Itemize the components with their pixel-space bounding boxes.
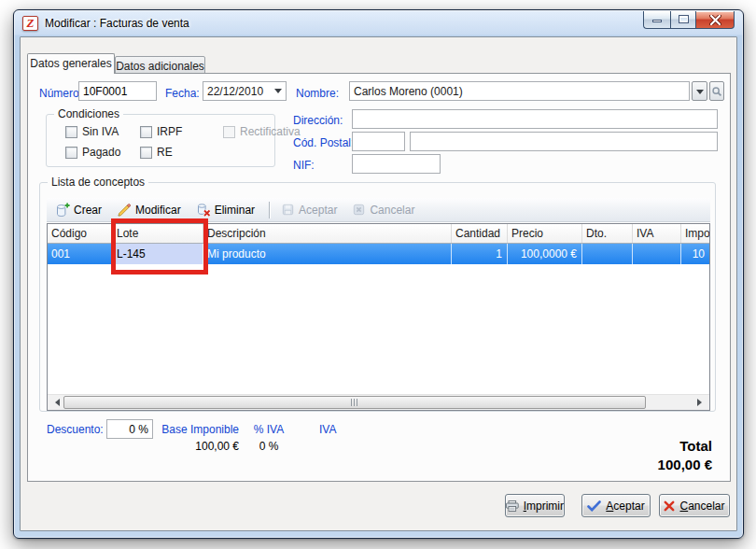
modificar-icon <box>117 203 132 218</box>
nombre-search-button[interactable] <box>709 81 724 101</box>
column-header-cantidad[interactable]: Cantidad <box>452 224 508 243</box>
conceptos-groupbox: Lista de conceptos Crear <box>39 182 716 412</box>
cancelar-label: Cancelar <box>679 500 724 513</box>
cancelar-button[interactable]: Cancelar <box>659 494 730 517</box>
cancel-icon <box>352 203 366 217</box>
window-title: Modificar : Facturas de venta <box>45 17 189 30</box>
cell-importe[interactable]: 10 <box>681 244 709 264</box>
close-button[interactable] <box>696 11 735 29</box>
nombre-dropdown-button[interactable] <box>692 81 707 101</box>
fecha-combobox[interactable]: 22/12/2010 <box>203 81 287 101</box>
fecha-label: Fecha: <box>165 87 200 100</box>
titlebar[interactable]: Z Modificar : Facturas de venta <box>14 10 743 36</box>
column-header-iva[interactable]: IVA <box>633 224 681 243</box>
scrollbar-thumb[interactable] <box>63 396 646 409</box>
imprimir-button[interactable]: Imprimir <box>505 494 565 517</box>
minimize-button[interactable] <box>643 11 670 29</box>
checkbox-icon[interactable] <box>65 147 77 159</box>
cod-postal-input[interactable] <box>352 132 405 151</box>
scroll-left-icon <box>51 399 60 406</box>
aceptar-button[interactable]: Aceptar <box>581 494 651 517</box>
aceptar-row-label: Aceptar <box>299 204 337 217</box>
horizontal-scrollbar[interactable] <box>48 394 709 410</box>
cod-postal-label: Cód. Postal: <box>293 136 354 149</box>
aceptar-label: Aceptar <box>606 500 644 513</box>
eliminar-icon <box>196 203 211 218</box>
table-empty-area <box>48 264 709 394</box>
column-header-dto[interactable]: Dto. <box>582 224 633 243</box>
checkbox-icon[interactable] <box>140 126 152 138</box>
column-header-precio[interactable]: Precio <box>508 224 582 243</box>
crear-button[interactable]: Crear <box>50 200 109 220</box>
crear-label: Crear <box>74 204 102 217</box>
checkbox-pagado[interactable]: Pagado <box>65 146 120 159</box>
column-header-descripcion[interactable]: Descripción <box>203 224 452 243</box>
checkbox-icon <box>223 126 235 138</box>
column-header-codigo[interactable]: Código <box>48 224 113 243</box>
checkbox-irpf[interactable]: IRPF <box>140 125 182 138</box>
nombre-combobox[interactable]: Carlos Moreno (0001) <box>349 81 690 101</box>
checkbox-icon[interactable] <box>140 147 152 159</box>
checkbox-label: RE <box>157 146 173 159</box>
close-icon <box>709 15 721 25</box>
column-header-importe[interactable]: Impor <box>681 224 709 243</box>
modificar-button[interactable]: Modificar <box>112 200 189 220</box>
base-imponible-label: Base Imponible <box>160 423 239 436</box>
checkbox-icon[interactable] <box>65 126 77 138</box>
checkbox-sin-iva[interactable]: Sin IVA <box>65 125 119 138</box>
maximize-button[interactable] <box>670 11 696 29</box>
nombre-label: Nombre: <box>296 87 339 100</box>
descuento-label: Descuento: <box>47 423 104 436</box>
checkbox-rectificativa: Rectificativa <box>223 125 301 138</box>
eliminar-label: Eliminar <box>215 204 255 217</box>
minimize-icon <box>652 20 662 22</box>
pct-iva-block: % IVA 0 % <box>249 423 288 453</box>
scroll-left-button[interactable] <box>48 395 63 410</box>
search-icon <box>711 86 722 97</box>
total-label: Total <box>679 438 712 454</box>
modificar-label: Modificar <box>135 204 181 217</box>
checkbox-label: Sin IVA <box>82 125 119 138</box>
nif-input[interactable] <box>352 154 441 174</box>
scroll-right-button[interactable] <box>693 395 709 410</box>
cell-descripcion[interactable]: Mi producto <box>203 244 452 264</box>
chevron-down-icon[interactable] <box>274 89 282 97</box>
x-icon <box>664 500 675 512</box>
scrollbar-grip-icon <box>351 399 359 406</box>
tab-datos-adicionales[interactable]: Datos adicionales <box>115 56 205 74</box>
cell-iva[interactable] <box>633 244 681 264</box>
app-logo-icon: Z <box>22 16 38 31</box>
cancelar-row-label: Cancelar <box>370 204 414 217</box>
window-controls <box>643 11 735 29</box>
cell-dto[interactable] <box>582 244 633 264</box>
conceptos-title: Lista de conceptos <box>48 176 148 189</box>
checkbox-label: IRPF <box>157 125 182 138</box>
numero-label: Número: <box>39 87 82 100</box>
condiciones-groupbox: Condiciones Sin IVA IRPF Rectificativa P… <box>46 114 275 167</box>
toolbar-separator <box>269 202 270 218</box>
base-imponible-value: 100,00 € <box>160 440 239 453</box>
crear-icon <box>55 203 70 218</box>
poblacion-input[interactable] <box>410 132 718 151</box>
numero-input[interactable] <box>78 81 157 101</box>
dialog-window: Z Modificar : Facturas de venta Datos ge… <box>13 9 744 539</box>
checkbox-re[interactable]: RE <box>140 146 173 159</box>
direccion-input[interactable] <box>352 109 718 129</box>
iva-label: IVA <box>319 423 336 436</box>
tabpage-datos-generales: Número: Fecha: 22/12/2010 Nombre: Carlos… <box>27 73 731 482</box>
cancelar-row-button: Cancelar <box>347 200 422 219</box>
aceptar-row-button: Aceptar <box>276 200 344 219</box>
pct-iva-value: 0 % <box>249 440 288 453</box>
printer-icon <box>506 500 519 513</box>
eliminar-button[interactable]: Eliminar <box>191 200 262 220</box>
nombre-value: Carlos Moreno (0001) <box>354 85 685 98</box>
descuento-input[interactable] <box>106 419 153 439</box>
save-icon <box>281 203 295 217</box>
cell-codigo[interactable]: 001 <box>48 244 113 264</box>
annotation-highlight-lote <box>111 218 208 274</box>
cell-cantidad[interactable]: 1 <box>452 244 508 264</box>
nif-label: NIF: <box>293 159 315 172</box>
tab-datos-generales[interactable]: Datos generales <box>27 53 115 74</box>
base-imponible-block: Base Imponible 100,00 € <box>160 423 239 453</box>
cell-precio[interactable]: 100,0000 € <box>508 244 582 264</box>
